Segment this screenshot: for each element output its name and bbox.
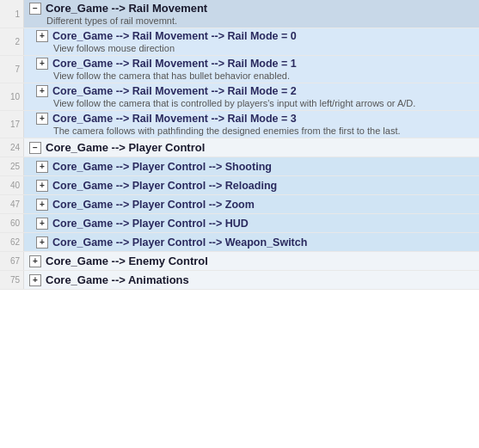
expand-icon[interactable]: + (36, 180, 48, 192)
row-title-text: Core_Game --> Player Control (46, 141, 205, 154)
row-content: +Core_Game --> Player Control --> Reload… (24, 176, 479, 194)
line-number: 75 (0, 271, 24, 289)
row-content: +Core_Game --> Player Control --> HUD (24, 214, 479, 232)
tree-row[interactable]: 25+Core_Game --> Player Control --> Shoo… (0, 157, 479, 176)
tree-row[interactable]: 75+Core_Game --> Animations (0, 271, 479, 290)
expand-icon[interactable]: + (29, 255, 41, 267)
tree-row[interactable]: 1−Core_Game --> Rail MovementDifferent t… (0, 0, 479, 28)
expand-icon[interactable]: + (36, 199, 48, 211)
row-title-container: −Core_Game --> Rail Movement (29, 2, 476, 15)
row-title-text: Core_Game --> Rail Movement --> Rail Mod… (52, 85, 297, 97)
line-number: 1 (0, 0, 24, 28)
row-subtitle: The camera follows with pathfinding the … (36, 126, 476, 136)
tree-row[interactable]: 2+Core_Game --> Rail Movement --> Rail M… (0, 28, 479, 56)
row-title-container: +Core_Game --> Rail Movement --> Rail Mo… (36, 113, 476, 125)
row-content: +Core_Game --> Rail Movement --> Rail Mo… (24, 56, 479, 83)
tree-row[interactable]: 7+Core_Game --> Rail Movement --> Rail M… (0, 56, 479, 83)
expand-icon[interactable]: + (29, 274, 41, 286)
expand-icon[interactable]: + (36, 113, 48, 125)
row-content: +Core_Game --> Enemy Control (24, 252, 479, 270)
line-number: 25 (0, 157, 24, 175)
row-title-text: Core_Game --> Player Control --> Weapon_… (52, 236, 307, 249)
row-subtitle: View follow the camera that has bullet b… (36, 71, 476, 81)
row-title-text: Core_Game --> Rail Movement --> Rail Mod… (52, 113, 297, 125)
tree-row[interactable]: 10+Core_Game --> Rail Movement --> Rail … (0, 83, 479, 111)
line-number: 67 (0, 252, 24, 270)
row-content: +Core_Game --> Rail Movement --> Rail Mo… (24, 83, 479, 110)
row-title-text: Core_Game --> Enemy Control (46, 255, 208, 267)
row-title-container: −Core_Game --> Player Control (29, 141, 476, 154)
tree-row[interactable]: 47+Core_Game --> Player Control --> Zoom (0, 195, 479, 214)
row-subtitle: View follows mouse direction (36, 43, 476, 53)
tree-row[interactable]: 62+Core_Game --> Player Control --> Weap… (0, 233, 479, 252)
row-title-container: +Core_Game --> Animations (29, 273, 476, 286)
row-title-text: Core_Game --> Rail Movement --> Rail Mod… (52, 58, 297, 70)
row-title-container: +Core_Game --> Player Control --> Zoom (36, 199, 476, 211)
row-title-container: +Core_Game --> Player Control --> HUD (36, 218, 476, 230)
row-content: +Core_Game --> Rail Movement --> Rail Mo… (24, 28, 479, 55)
tree-row[interactable]: 24−Core_Game --> Player Control (0, 138, 479, 157)
row-title-text: Core_Game --> Player Control --> HUD (52, 218, 249, 230)
line-number: 24 (0, 138, 24, 156)
row-title-container: +Core_Game --> Player Control --> Reload… (36, 180, 476, 192)
expand-icon[interactable]: + (36, 218, 48, 230)
row-title-container: +Core_Game --> Enemy Control (29, 255, 476, 267)
row-content: +Core_Game --> Player Control --> Zoom (24, 195, 479, 213)
tree-row[interactable]: 67+Core_Game --> Enemy Control (0, 252, 479, 271)
tree-row[interactable]: 40+Core_Game --> Player Control --> Relo… (0, 176, 479, 195)
row-content: +Core_Game --> Rail Movement --> Rail Mo… (24, 111, 479, 138)
tree-container: 1−Core_Game --> Rail MovementDifferent t… (0, 0, 479, 290)
line-number: 17 (0, 111, 24, 138)
row-title-text: Core_Game --> Player Control --> Zoom (52, 199, 255, 211)
row-content: +Core_Game --> Animations (24, 271, 479, 289)
row-content: −Core_Game --> Rail MovementDifferent ty… (24, 0, 479, 28)
collapse-icon[interactable]: − (29, 142, 41, 154)
row-title-text: Core_Game --> Player Control --> Shootin… (52, 161, 272, 173)
row-content: +Core_Game --> Player Control --> Weapon… (24, 233, 479, 251)
line-number: 60 (0, 214, 24, 232)
row-title-container: +Core_Game --> Rail Movement --> Rail Mo… (36, 30, 476, 42)
expand-icon[interactable]: + (36, 236, 48, 249)
tree-row[interactable]: 60+Core_Game --> Player Control --> HUD (0, 214, 479, 233)
row-subtitle: Different types of rail movemnt. (29, 15, 476, 26)
row-content: +Core_Game --> Player Control --> Shooti… (24, 157, 479, 175)
row-title-text: Core_Game --> Rail Movement --> Rail Mod… (52, 30, 297, 42)
line-number: 10 (0, 83, 24, 110)
line-number: 2 (0, 28, 24, 55)
row-content: −Core_Game --> Player Control (24, 138, 479, 156)
row-title-container: +Core_Game --> Rail Movement --> Rail Mo… (36, 85, 476, 97)
row-title-container: +Core_Game --> Rail Movement --> Rail Mo… (36, 58, 476, 70)
row-title-text: Core_Game --> Animations (46, 273, 189, 286)
line-number: 62 (0, 233, 24, 251)
row-subtitle: View follow the camera that is controlle… (36, 98, 476, 108)
row-title-container: +Core_Game --> Player Control --> Weapon… (36, 236, 476, 249)
line-number: 47 (0, 195, 24, 213)
expand-icon[interactable]: + (36, 58, 48, 70)
line-number: 40 (0, 176, 24, 194)
expand-icon[interactable]: + (36, 85, 48, 97)
line-number: 7 (0, 56, 24, 83)
expand-icon[interactable]: + (36, 30, 48, 42)
row-title-container: +Core_Game --> Player Control --> Shooti… (36, 161, 476, 173)
expand-icon[interactable]: + (36, 161, 48, 173)
collapse-icon[interactable]: − (29, 3, 41, 15)
tree-row[interactable]: 17+Core_Game --> Rail Movement --> Rail … (0, 111, 479, 138)
row-title-text: Core_Game --> Rail Movement (46, 2, 207, 15)
row-title-text: Core_Game --> Player Control --> Reloadi… (52, 180, 277, 192)
